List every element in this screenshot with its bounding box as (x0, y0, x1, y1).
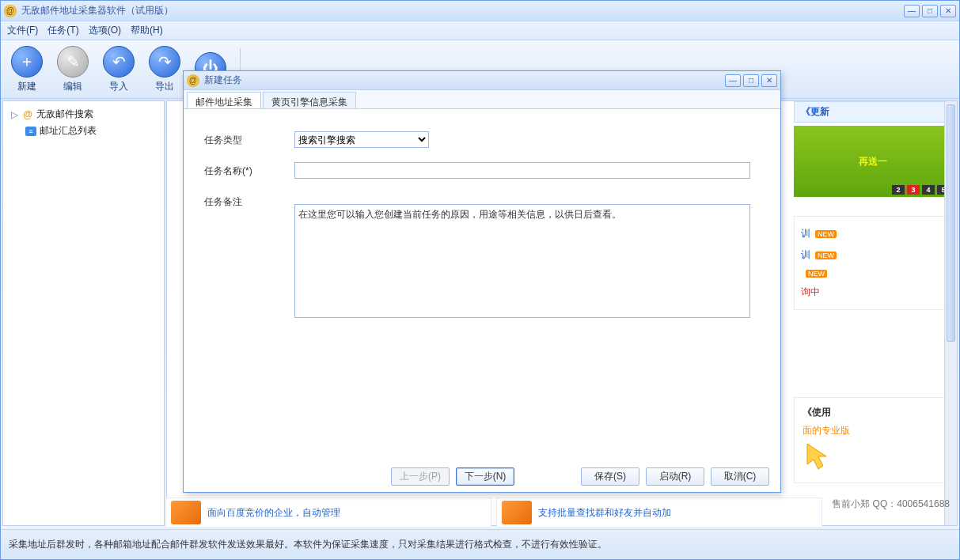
tree-child[interactable]: ≡ 邮址汇总列表 (22, 123, 159, 139)
start-button[interactable]: 启动(R) (646, 467, 704, 486)
label-task-type: 任务类型 (204, 131, 294, 148)
side-link-4[interactable]: 询中 (801, 282, 945, 303)
dialog-body: 任务类型 搜索引擎搜索 任务名称(*) 任务备注 在这里您可以输入您创建当前任务… (184, 109, 780, 460)
dialog-titlebar[interactable]: @ 新建任务 — □ ✕ (184, 71, 780, 90)
pager-4[interactable]: 4 (922, 185, 935, 195)
tree-root-label: 无敌邮件搜索 (36, 108, 93, 121)
pager-2[interactable]: 2 (892, 185, 905, 195)
new-badge: NEW (806, 270, 827, 278)
tree-panel: ▷ @ 无敌邮件搜索 ≡ 邮址汇总列表 (2, 100, 165, 526)
at-icon: @ (22, 109, 33, 120)
ad-thumb-icon (171, 501, 201, 524)
next-button[interactable]: 下一步(N) (456, 467, 514, 486)
app-icon: @ (4, 5, 17, 17)
task-memo-textarea[interactable]: 在这里您可以输入您创建当前任务的原因，用途等相关信息，以供日后查看。 (294, 204, 750, 318)
toolbar-edit-label: 编辑 (63, 80, 82, 93)
toolbar-export[interactable]: ↷ 导出 (145, 46, 184, 93)
tab-yellowpage-collect[interactable]: 黄页引擎信息采集 (263, 92, 356, 108)
statusbar: 采集地址后群发时，各种邮箱地址配合邮件群发软件发送效果最好。本软件为保证采集速度… (1, 529, 959, 559)
cancel-button[interactable]: 取消(C) (711, 467, 769, 486)
maximize-button[interactable]: □ (922, 5, 938, 17)
task-type-select[interactable]: 搜索引擎搜索 (294, 131, 429, 148)
task-name-input[interactable] (294, 162, 750, 179)
new-icon: ＋ (11, 46, 43, 78)
menu-option[interactable]: 选项(O) (89, 24, 121, 37)
side-strip: 《更新 再送一 2 3 4 5 训NEW 训NEW NEW 询中 (794, 101, 952, 483)
toolbar-import-label: 导入 (109, 80, 128, 93)
sales-info: 售前小郑 QQ：4006541688 (827, 498, 954, 528)
dialog-tabs: 邮件地址采集 黄页引擎信息采集 (184, 90, 780, 109)
svg-marker-0 (807, 444, 826, 469)
main-titlebar: @ 无敌邮件地址采集器软件（试用版） — □ ✕ (1, 1, 959, 21)
label-task-memo: 任务备注 (204, 193, 294, 320)
side-link-2[interactable]: 训NEW (801, 244, 945, 266)
banner-text: 再送一 (859, 155, 887, 168)
side-link-3[interactable]: NEW (801, 266, 945, 282)
scroll-thumb[interactable] (947, 104, 955, 342)
menu-file[interactable]: 文件(F) (7, 24, 38, 37)
ad-card-2[interactable]: 支持批量查找群和好友并自动加 (496, 498, 822, 528)
dialog-minimize-button[interactable]: — (725, 74, 741, 87)
save-button[interactable]: 保存(S) (581, 467, 639, 486)
toolbar-export-label: 导出 (155, 80, 174, 93)
list-icon: ≡ (25, 127, 36, 136)
cursor-icon (803, 441, 834, 472)
side-link-1[interactable]: 训NEW (801, 223, 945, 244)
ad2-text: 支持批量查找群和好友并自动加 (538, 507, 671, 518)
dialog-buttons: 上一步(P) 下一步(N) 保存(S) 启动(R) 取消(C) (184, 460, 780, 492)
toolbar-new[interactable]: ＋ 新建 (7, 46, 47, 93)
menu-help[interactable]: 帮助(H) (131, 24, 163, 37)
main-window: @ 无敌邮件地址采集器软件（试用版） — □ ✕ 文件(F) 任务(T) 选项(… (0, 0, 960, 560)
menubar: 文件(F) 任务(T) 选项(O) 帮助(H) (1, 21, 959, 40)
app-title: 无敌邮件地址采集器软件（试用版） (21, 4, 904, 17)
ad-thumb-icon (502, 501, 532, 524)
dialog-icon: @ (187, 74, 199, 87)
minimize-button[interactable]: — (904, 5, 920, 17)
import-icon: ↶ (103, 46, 135, 78)
new-badge: NEW (815, 252, 837, 259)
toolbar-edit[interactable]: ✎ 编辑 (53, 46, 93, 93)
side-use-box: 《使用 面的专业版 (794, 397, 952, 483)
side-use-head: 《使用 (803, 406, 943, 424)
ad1-text: 面向百度竞价的企业，自动管理 (207, 507, 340, 518)
new-badge: NEW (815, 230, 837, 238)
close-button[interactable]: ✕ (940, 5, 956, 17)
pager-3[interactable]: 3 (907, 185, 920, 195)
new-task-dialog: @ 新建任务 — □ ✕ 邮件地址采集 黄页引擎信息采集 任务类型 搜索引擎搜索 (183, 70, 781, 493)
menu-task[interactable]: 任务(T) (47, 24, 78, 37)
bottom-ads: 面向百度竞价的企业，自动管理 支持批量查找群和好友并自动加 售前小郑 QQ：40… (165, 498, 954, 528)
side-links: 训NEW 训NEW NEW 询中 (794, 216, 952, 310)
tab-email-collect[interactable]: 邮件地址采集 (187, 92, 261, 108)
ad-card-1[interactable]: 面向百度竞价的企业，自动管理 (165, 498, 491, 528)
banner-pager: 2 3 4 5 (892, 185, 950, 195)
tree-child-label: 邮址汇总列表 (40, 124, 97, 138)
dialog-title: 新建任务 (204, 74, 725, 87)
side-update-head: 《更新 (794, 101, 952, 123)
status-text: 采集地址后群发时，各种邮箱地址配合邮件群发软件发送效果最好。本软件为保证采集速度… (9, 538, 607, 551)
tree-expand-icon[interactable]: ▷ (11, 109, 19, 120)
export-icon: ↷ (149, 46, 180, 78)
label-task-name: 任务名称(*) (204, 162, 294, 179)
tree-root[interactable]: ▷ @ 无敌邮件搜索 (8, 106, 159, 123)
toolbar-new-label: 新建 (17, 80, 36, 93)
edit-icon: ✎ (57, 46, 89, 78)
content-scrollbar[interactable] (944, 101, 957, 525)
prev-button: 上一步(P) (391, 467, 450, 486)
side-banner[interactable]: 再送一 2 3 4 5 (794, 126, 952, 197)
side-pro-text[interactable]: 面的专业版 (803, 424, 943, 437)
dialog-maximize-button[interactable]: □ (743, 74, 759, 87)
dialog-close-button[interactable]: ✕ (761, 74, 777, 87)
toolbar-import[interactable]: ↶ 导入 (99, 46, 138, 93)
